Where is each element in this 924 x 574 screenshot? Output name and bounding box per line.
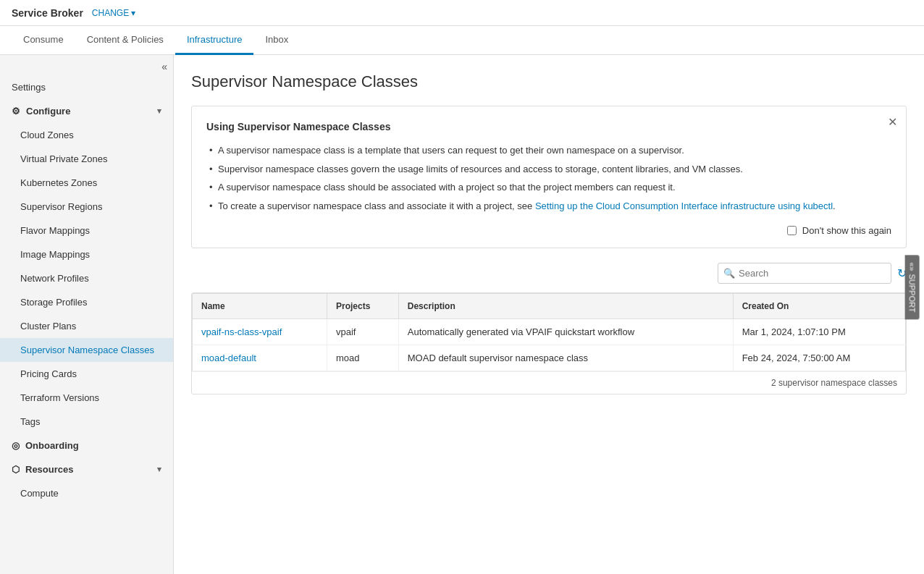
support-arrows-icon: «» — [907, 262, 916, 271]
col-name: Name — [193, 294, 327, 319]
content-area: Supervisor Namespace Classes Using Super… — [174, 55, 924, 574]
row1-created-on: Mar 1, 2024, 1:07:10 PM — [733, 319, 905, 345]
support-label: SUPPORT — [907, 274, 916, 312]
search-icon: 🔍 — [723, 268, 735, 279]
sidebar-item-tags[interactable]: Tags — [0, 410, 173, 434]
row1-name-link[interactable]: vpaif-ns-class-vpaif — [201, 326, 282, 337]
sidebar-item-flavor-mappings[interactable]: Flavor Mappings — [0, 219, 173, 242]
info-box-list: A supervisor namespace class is a templa… — [206, 141, 891, 215]
sidebar-group-resources[interactable]: ⬡ Resources ▾ — [0, 457, 173, 481]
tab-consume[interactable]: Consume — [12, 26, 75, 55]
tab-inbox[interactable]: Inbox — [253, 26, 300, 55]
info-box-close-button[interactable]: ✕ — [888, 115, 897, 129]
sidebar-item-cluster-plans[interactable]: Cluster Plans — [0, 314, 173, 338]
page-title: Supervisor Namespace Classes — [191, 72, 907, 91]
row1-projects: vpaif — [327, 319, 399, 345]
sidebar-item-settings[interactable]: Settings — [0, 75, 173, 99]
sidebar-item-storage-profiles[interactable]: Storage Profiles — [0, 290, 173, 314]
sidebar-item-cloud-zones[interactable]: Cloud Zones — [0, 123, 173, 147]
sidebar-item-network-profiles[interactable]: Network Profiles — [0, 266, 173, 290]
dont-show-checkbox[interactable] — [787, 226, 797, 235]
sidebar-item-pricing-cards[interactable]: Pricing Cards — [0, 362, 173, 386]
info-box-title: Using Supervisor Namespace Classes — [206, 121, 891, 132]
row2-name: moad-default — [193, 345, 327, 371]
sidebar-item-terraform-versions[interactable]: Terraform Versions — [0, 386, 173, 410]
support-tab[interactable]: «» SUPPORT — [904, 255, 919, 319]
onboarding-icon: ◎ — [12, 440, 20, 451]
sidebar-item-supervisor-namespace-classes[interactable]: Supervisor Namespace Classes — [0, 338, 173, 362]
chevron-down-icon: ▾ — [157, 465, 161, 474]
info-box-footer: Don't show this again — [206, 225, 891, 236]
sidebar-group-configure[interactable]: ⚙ Configure ▾ — [0, 99, 173, 123]
table-row: moad-default moad MOAD default superviso… — [193, 345, 906, 371]
app-title: Service Broker — [12, 7, 83, 19]
row2-created-on: Feb 24, 2024, 7:50:00 AM — [733, 345, 905, 371]
tab-infrastructure[interactable]: Infrastructure — [175, 26, 254, 55]
col-description: Description — [398, 294, 733, 319]
table-body: vpaif-ns-class-vpaif vpaif Automatically… — [193, 319, 906, 371]
onboarding-label: Onboarding — [25, 440, 79, 451]
row-count: 2 supervisor namespace classes — [771, 378, 897, 388]
sidebar-item-supervisor-regions[interactable]: Supervisor Regions — [0, 195, 173, 219]
main-layout: « Settings ⚙ Configure ▾ Cloud Zones Vir… — [0, 55, 924, 574]
info-box: Using Supervisor Namespace Classes ✕ A s… — [191, 106, 907, 248]
configure-label: Configure — [26, 106, 70, 117]
table-footer: 2 supervisor namespace classes — [192, 371, 906, 394]
dont-show-label[interactable]: Don't show this again — [802, 225, 891, 236]
col-projects: Projects — [327, 294, 399, 319]
chevron-down-icon: ▾ — [157, 106, 161, 116]
row1-name: vpaif-ns-class-vpaif — [193, 319, 327, 345]
col-created-on: Created On — [733, 294, 905, 319]
info-box-link[interactable]: Setting up the Cloud Consumption Interfa… — [535, 201, 833, 211]
info-box-bullet-4: To create a supervisor namespace class a… — [206, 197, 891, 216]
row2-projects: moad — [327, 345, 399, 371]
sidebar-item-image-mappings[interactable]: Image Mappings — [0, 242, 173, 266]
sidebar-item-virtual-private-zones[interactable]: Virtual Private Zones — [0, 147, 173, 171]
sidebar-item-kubernetes-zones[interactable]: Kubernetes Zones — [0, 171, 173, 195]
info-box-bullet-3: A supervisor namespace class should be a… — [206, 178, 891, 197]
info-box-bullet-2: Supervisor namespace classes govern the … — [206, 160, 891, 179]
row2-description: MOAD default supervisor namespace class — [398, 345, 733, 371]
table-container: Name Projects Description Created On vpa… — [191, 292, 907, 394]
search-wrapper: 🔍 — [718, 263, 891, 284]
sidebar-item-label: Settings — [12, 82, 46, 93]
resources-icon: ⬡ — [12, 464, 20, 475]
change-button[interactable]: CHANGE ▾ — [92, 8, 135, 18]
toolbar: 🔍 ↻ — [191, 263, 907, 284]
sidebar-group-onboarding[interactable]: ◎ Onboarding — [0, 434, 173, 457]
data-table: Name Projects Description Created On vpa… — [192, 293, 906, 371]
sidebar: « Settings ⚙ Configure ▾ Cloud Zones Vir… — [0, 55, 174, 574]
row2-name-link[interactable]: moad-default — [201, 353, 256, 363]
table-header-row: Name Projects Description Created On — [193, 294, 906, 319]
row1-description: Automatically generated via VPAIF quicks… — [398, 319, 733, 345]
search-input[interactable] — [718, 263, 891, 284]
top-bar: Service Broker CHANGE ▾ — [0, 0, 924, 26]
info-box-bullet-1: A supervisor namespace class is a templa… — [206, 141, 891, 160]
configure-icon: ⚙ — [12, 106, 20, 117]
table-row: vpaif-ns-class-vpaif vpaif Automatically… — [193, 319, 906, 345]
sidebar-item-compute[interactable]: Compute — [0, 481, 173, 505]
resources-label: Resources — [25, 464, 73, 475]
nav-tabs: Consume Content & Policies Infrastructur… — [0, 26, 924, 55]
sidebar-collapse-button[interactable]: « — [161, 61, 167, 72]
tab-content-policies[interactable]: Content & Policies — [75, 26, 175, 55]
